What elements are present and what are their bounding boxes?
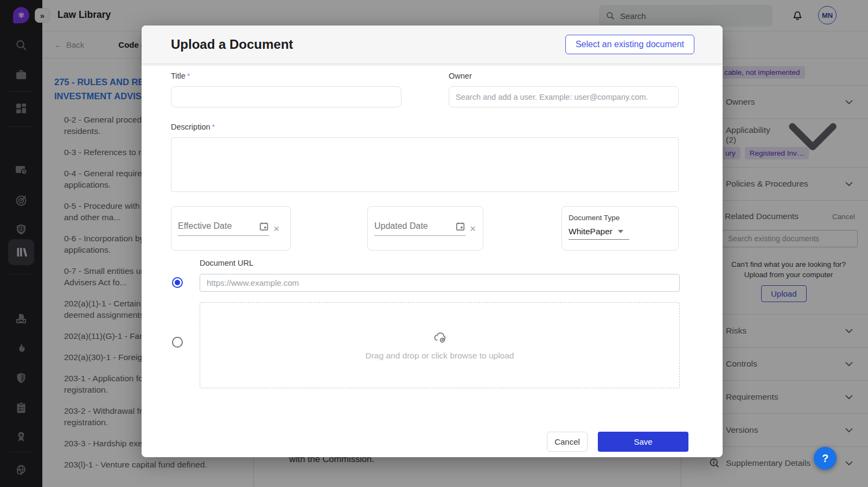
save-button[interactable]: Save: [598, 432, 688, 452]
effective-date-picker[interactable]: Effective Date: [178, 221, 269, 236]
calendar-icon[interactable]: [259, 221, 269, 232]
clear-effective-date-icon[interactable]: ×: [273, 223, 279, 234]
help-button[interactable]: ?: [814, 447, 837, 470]
description-textarea[interactable]: [171, 137, 679, 192]
owner-input[interactable]: [449, 86, 679, 107]
url-radio-selected[interactable]: [172, 277, 183, 288]
clear-updated-date-icon[interactable]: ×: [470, 223, 476, 234]
upload-document-modal: Upload a Document Select an existing doc…: [142, 25, 723, 457]
cancel-button[interactable]: Cancel: [547, 432, 588, 452]
document-type-card: Document Type WhitePaper: [561, 206, 679, 251]
required-asterisk: *: [187, 72, 190, 80]
modal-header: Upload a Document Select an existing doc…: [142, 25, 723, 63]
description-label: Description*: [171, 123, 215, 131]
caret-down-icon: [618, 230, 623, 233]
title-label: Title*: [171, 72, 190, 80]
file-dropzone[interactable]: Drag and drop or click browse to upload: [200, 302, 680, 388]
document-type-value: WhitePaper: [569, 227, 612, 236]
modal-title: Upload a Document: [171, 37, 293, 52]
dropzone-text: Drag and drop or click browse to upload: [366, 351, 514, 361]
select-existing-document-button[interactable]: Select an existing document: [565, 35, 694, 54]
title-input[interactable]: [171, 86, 401, 107]
document-type-select[interactable]: WhitePaper: [569, 227, 629, 240]
updated-date-picker[interactable]: Updated Date: [374, 221, 465, 236]
owner-label: Owner: [449, 72, 472, 80]
cloud-upload-icon: [433, 330, 447, 344]
effective-date-placeholder: Effective Date: [178, 221, 232, 231]
updated-date-placeholder: Updated Date: [374, 221, 428, 231]
document-type-label: Document Type: [569, 214, 672, 222]
updated-date-card: Updated Date ×: [367, 206, 483, 251]
calendar-icon[interactable]: [455, 221, 465, 232]
document-url-label: Document URL: [200, 259, 253, 267]
effective-date-card: Effective Date ×: [171, 206, 291, 251]
file-upload-radio[interactable]: [172, 337, 183, 348]
app-root: ✾ » Law Library MN ← Back: [0, 0, 868, 487]
required-asterisk: *: [212, 123, 215, 131]
document-url-input[interactable]: [200, 274, 680, 292]
